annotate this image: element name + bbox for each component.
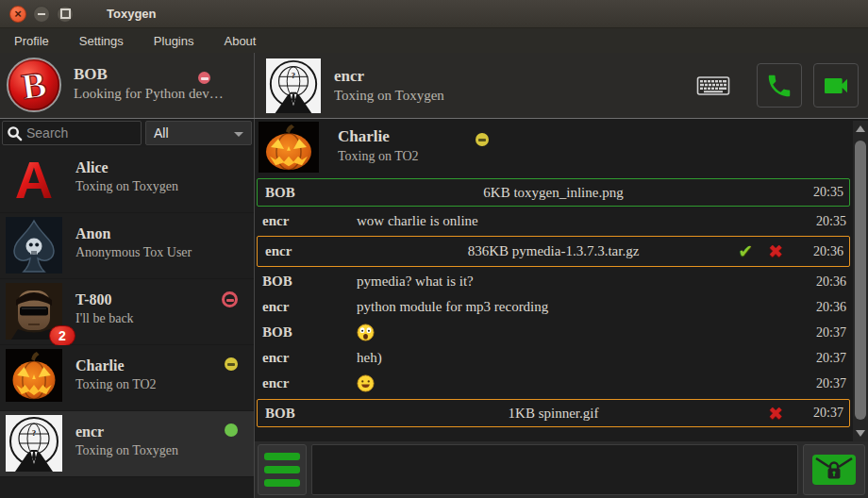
menu-plugins[interactable]: Plugins [143, 30, 205, 52]
online-status-icon [225, 423, 238, 437]
message-time: 20:37 [801, 325, 846, 340]
encrypted-send-icon [811, 453, 857, 487]
screen-keyboard-icon[interactable] [696, 75, 730, 97]
attachments-menu-button[interactable] [258, 444, 307, 495]
call-toolbar [696, 53, 868, 118]
self-status-message: Looking for Python dev… [74, 86, 224, 102]
message-time: 20:36 [801, 300, 846, 315]
decline-transfer-icon[interactable]: ✖ [768, 242, 783, 260]
peer-avatar [266, 58, 321, 113]
send-button[interactable] [803, 444, 865, 495]
video-call-button[interactable] [813, 63, 859, 108]
contact-filter-dropdown[interactable]: All [145, 121, 252, 145]
contact-name: T-800 [75, 291, 134, 308]
close-icon[interactable] [9, 6, 26, 23]
avatar [6, 217, 62, 274]
message-author: encr [265, 243, 359, 259]
composer-bar [255, 441, 868, 498]
avatar [6, 349, 62, 402]
search-icon [7, 125, 23, 141]
title-bar[interactable]: Toxygen [0, 0, 868, 28]
main-area: All A Alice Toxing on Toxygen [0, 119, 868, 498]
toxygen-window: Toxygen Profile Settings Plugins About B… [0, 0, 868, 498]
chat-scrollbar[interactable] [853, 121, 868, 441]
scrollbar-track[interactable] [853, 137, 868, 425]
contact-item-anon[interactable]: Anon Anonymous Tox User [0, 213, 254, 279]
banner-name: Charlie [338, 127, 419, 146]
avatar: A [6, 151, 62, 208]
filter-row: All [0, 119, 254, 147]
scroll-down-icon[interactable] [856, 430, 865, 437]
message-row: BOB pymedia? what is it? 20:36 [255, 269, 852, 294]
peer-name: encr [334, 67, 444, 86]
chat-area: Charlie Toxing on TO2 BOB 6KB toxygen_in… [255, 119, 868, 498]
phone-icon [765, 72, 793, 100]
message-row: encr wow charlie is online 20:35 [255, 208, 852, 234]
message-text: python module for mp3 recording [357, 299, 801, 315]
shocked-face-emoji [357, 324, 375, 341]
message-author: BOB [265, 185, 359, 201]
menu-bar: Profile Settings Plugins About [0, 28, 868, 53]
message-time: 20:36 [801, 274, 846, 290]
accept-transfer-icon[interactable]: ✔ [738, 242, 753, 260]
contact-item-t800[interactable]: T-800 I'll be back 2 [0, 279, 254, 345]
scroll-up-icon[interactable] [856, 125, 865, 132]
message-input[interactable] [311, 444, 798, 495]
message-row: BOB 20:37 [255, 320, 852, 345]
message-list: BOB 6KB toxygen_inline.png 20:35 encr wo… [255, 178, 852, 427]
smiling-face-emoji [357, 374, 375, 392]
message-time: 20:36 [798, 244, 843, 259]
message-author: BOB [262, 324, 357, 340]
avatar [259, 122, 319, 173]
avatar [6, 415, 62, 472]
message-text: heh) [357, 350, 801, 366]
conversation-header: encr Toxing on Toxygen [255, 53, 696, 118]
busy-status-icon[interactable] [198, 72, 210, 84]
window-title: Toxygen [107, 7, 157, 21]
contact-name: Alice [75, 159, 178, 176]
message-author: BOB [262, 274, 357, 290]
message-time: 20:37 [801, 351, 846, 366]
contact-name: Charlie [75, 357, 157, 374]
maximize-icon[interactable] [57, 6, 74, 23]
contact-status-message: Anonymous Tox User [75, 245, 192, 260]
message-time: 20:35 [801, 214, 846, 229]
contact-status-message: Toxing on Toxygen [75, 443, 178, 458]
file-transfer-row[interactable]: BOB 1KB spinner.gif ✖ 20:37 [257, 399, 850, 427]
menu-about[interactable]: About [213, 30, 266, 52]
contact-status-message: I'll be back [75, 311, 134, 326]
scrollbar-thumb[interactable] [855, 141, 866, 420]
hamburger-menu-icon [264, 453, 300, 460]
file-transfer-row[interactable]: encr 836KB pymedia-1.3.7.3.tar.gz ✔ ✖ 20… [257, 236, 850, 267]
contact-item-alice[interactable]: A Alice Toxing on Toxygen [0, 147, 254, 213]
contact-name: encr [75, 423, 178, 440]
message-author: encr [262, 299, 357, 315]
file-name: 836KB pymedia-1.3.7.3.tar.gz [361, 243, 745, 259]
header-row: B BOB Looking for Python dev… encr Toxin… [0, 53, 868, 119]
message-text: pymedia? what is it? [357, 274, 801, 290]
away-status-icon [476, 133, 489, 146]
search-input[interactable] [26, 125, 130, 141]
decline-transfer-icon[interactable]: ✖ [768, 405, 783, 423]
message-time: 20:35 [798, 185, 843, 200]
contact-item-encr[interactable]: encr Toxing on Toxygen [0, 411, 254, 477]
minimize-icon[interactable] [33, 6, 50, 23]
menu-settings[interactable]: Settings [69, 30, 134, 52]
file-message-row[interactable]: BOB 6KB toxygen_inline.png 20:35 [257, 178, 850, 207]
self-avatar[interactable]: B [6, 57, 62, 113]
message-author: encr [262, 350, 357, 366]
unread-count-badge: 2 [49, 325, 75, 346]
menu-profile[interactable]: Profile [4, 30, 59, 52]
peer-status-message: Toxing on Toxygen [334, 88, 444, 104]
contact-item-charlie[interactable]: Charlie Toxing on TO2 [0, 345, 254, 411]
self-profile[interactable]: B BOB Looking for Python dev… [0, 53, 255, 118]
peer-banner: Charlie Toxing on TO2 [259, 122, 866, 174]
contact-name: Anon [75, 225, 192, 242]
busy-status-icon [222, 291, 238, 307]
contact-filter-value: All [154, 125, 169, 141]
audio-call-button[interactable] [757, 63, 802, 108]
search-box[interactable] [2, 121, 142, 145]
message-row: encr python module for mp3 recording 20:… [255, 294, 852, 320]
message-author: encr [262, 375, 357, 391]
chevron-down-icon [234, 132, 243, 137]
